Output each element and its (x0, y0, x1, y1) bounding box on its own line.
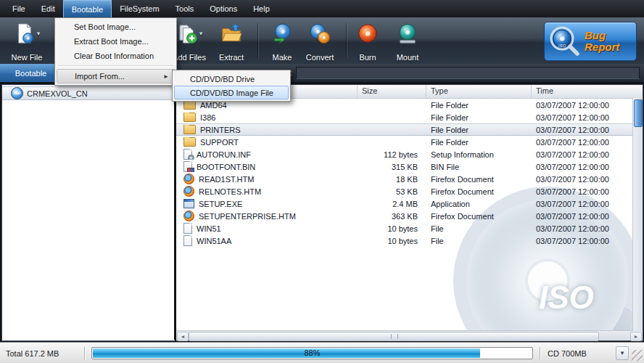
horizontal-scrollbar[interactable]: ◄ ► (176, 330, 643, 340)
menu-item-clear-boot-information[interactable]: Clear Boot Information (57, 49, 175, 63)
mount-label: Mount (397, 53, 419, 62)
file-name: WIN51 (197, 224, 221, 233)
menu-edit[interactable]: Edit (33, 0, 63, 17)
main-area: CRMEXVOL_CN Size Type Time ISO (0, 82, 644, 342)
convert-label: Convert (306, 53, 334, 62)
folder-icon (183, 125, 196, 134)
path-field[interactable] (296, 67, 640, 79)
tree-panel: CRMEXVOL_CN (1, 84, 175, 341)
submenu-arrow-icon: ► (163, 73, 169, 80)
file-rows: ISO AMD64 File Folder 03/07/2007 12:00:0… (176, 99, 643, 330)
svg-text:ISO: ISO (558, 44, 566, 48)
file-size: 112 bytes (358, 150, 426, 159)
file-size: 2.4 MB (358, 200, 426, 208)
file-row[interactable]: READ1ST.HTM 18 KB Firefox Document 03/07… (176, 173, 643, 185)
file-size: 10 bytes (358, 224, 426, 233)
bin-file-icon (183, 161, 192, 172)
menu-options[interactable]: Options (202, 0, 245, 17)
progress-percent-label: 88% (92, 348, 532, 357)
file-row[interactable]: SETUP.EXE 2.4 MB Application 03/07/2007 … (176, 197, 643, 210)
file-time: 03/07/2007 12:00:00 (532, 138, 643, 147)
file-row[interactable]: SUPPORT File Folder 03/07/2007 12:00:00 (176, 136, 643, 148)
mount-icon (397, 23, 418, 44)
file-name: SETUP.EXE (199, 200, 242, 208)
file-type: File (426, 224, 532, 233)
app-window: File Edit Bootable FileSystem Tools Opti… (0, 0, 644, 363)
new-file-button[interactable]: ▾ New File (3, 21, 51, 63)
file-name: BOOTFONT.BIN (197, 163, 255, 171)
bootable-panel-button[interactable]: Bootable (0, 64, 62, 82)
file-row[interactable]: SETUPENTERPRISE.HTM 363 KB Firefox Docum… (176, 210, 643, 222)
menu-item-import-from[interactable]: Import From... ► (57, 69, 175, 83)
file-type: Setup Information (426, 150, 532, 159)
submenu-item-cd-dvd-bd-image-file[interactable]: CD/DVD/BD Image File (174, 86, 289, 99)
vertical-scrollbar[interactable] (632, 98, 643, 331)
bootable-menu-dropdown: Set Boot Image... Extract Boot Image... … (54, 17, 177, 86)
firefox-document-icon (183, 211, 194, 221)
file-row[interactable]: RELNOTES.HTM 53 KB Firefox Document 03/0… (176, 185, 643, 197)
make-label: Make (273, 53, 292, 62)
file-time: 03/07/2007 12:00:00 (532, 163, 643, 171)
convert-button[interactable]: Convert (297, 21, 342, 63)
horizontal-scrollbar-thumb[interactable] (189, 332, 599, 341)
file-size: 10 bytes (358, 237, 426, 245)
iso-disc-icon (11, 87, 23, 99)
menu-tools[interactable]: Tools (168, 0, 202, 17)
burn-button[interactable]: Burn (350, 21, 386, 63)
file-type: File Folder (426, 126, 532, 134)
tree-root-item[interactable]: CRMEXVOL_CN (2, 86, 175, 100)
scroll-right-icon[interactable]: ► (630, 332, 642, 341)
menu-bootable[interactable]: Bootable (63, 0, 112, 17)
file-type: Firefox Document (426, 212, 532, 221)
vertical-scrollbar-thumb[interactable] (634, 99, 643, 127)
bug-report-button[interactable]: ISO Bug Report (544, 22, 637, 61)
menu-filesystem[interactable]: FileSystem (112, 0, 167, 17)
file-type: Firefox Document (426, 187, 532, 196)
file-name: READ1ST.HTM (199, 175, 254, 184)
extract-label: Extract (219, 53, 244, 62)
column-header-time[interactable]: Time (532, 85, 643, 98)
tree-root-label: CRMEXVOL_CN (27, 89, 88, 98)
make-disc-icon (271, 23, 293, 44)
toolbar-separator (347, 23, 347, 58)
media-type-select[interactable]: CD 700MB ▼ (540, 346, 629, 360)
resize-grip[interactable] (632, 350, 643, 361)
scroll-left-icon[interactable]: ◄ (177, 332, 189, 341)
file-size: 53 KB (358, 187, 426, 196)
menu-item-set-boot-image[interactable]: Set Boot Image... (57, 20, 175, 34)
file-icon (183, 235, 192, 246)
menu-item-extract-boot-image[interactable]: Extract Boot Image... (57, 34, 175, 49)
menu-bar: File Edit Bootable FileSystem Tools Opti… (0, 0, 644, 17)
file-time: 03/07/2007 12:00:00 (532, 237, 643, 245)
file-name: I386 (200, 113, 215, 122)
bug-report-label: Bug Report (585, 30, 619, 53)
submenu-item-cd-dvd-bd-drive[interactable]: CD/DVD/BD Drive (174, 72, 289, 86)
add-files-dropdown-icon[interactable]: ▾ (199, 30, 203, 37)
file-time: 03/07/2007 12:00:00 (532, 101, 643, 110)
toolbar-separator (258, 23, 259, 58)
mount-button[interactable]: Mount (387, 21, 428, 63)
new-file-dropdown-icon[interactable]: ▾ (37, 30, 41, 37)
column-header-type[interactable]: Type (426, 85, 532, 98)
file-time: 03/07/2007 12:00:00 (532, 113, 643, 122)
menu-file[interactable]: File (4, 0, 33, 17)
file-row[interactable]: BOOTFONT.BIN 315 KB BIN File 03/07/2007 … (176, 160, 643, 173)
file-row[interactable]: WIN51AA 10 bytes File 03/07/2007 12:00:0… (176, 234, 643, 247)
file-row[interactable]: WIN51 10 bytes File 03/07/2007 12:00:00 (176, 222, 643, 234)
file-time: 03/07/2007 12:00:00 (532, 187, 643, 196)
file-row-selected[interactable]: PRINTERS File Folder 03/07/2007 12:00:00 (176, 123, 643, 136)
menu-help[interactable]: Help (245, 0, 278, 17)
file-type: File Folder (426, 113, 532, 122)
watermark-text: ISO (539, 280, 594, 316)
file-time: 03/07/2007 12:00:00 (532, 200, 643, 208)
column-header-size[interactable]: Size (358, 85, 426, 98)
add-files-icon (176, 23, 198, 44)
new-file-icon (14, 23, 36, 44)
chevron-down-icon[interactable]: ▼ (616, 346, 629, 360)
file-row[interactable]: I386 File Folder 03/07/2007 12:00:00 (176, 111, 643, 123)
file-name: PRINTERS (200, 126, 241, 134)
application-icon (183, 199, 194, 208)
new-file-label: New File (12, 53, 43, 62)
file-row[interactable]: AUTORUN.INF 112 bytes Setup Information … (176, 148, 643, 160)
extract-button[interactable]: Extract (207, 21, 255, 63)
